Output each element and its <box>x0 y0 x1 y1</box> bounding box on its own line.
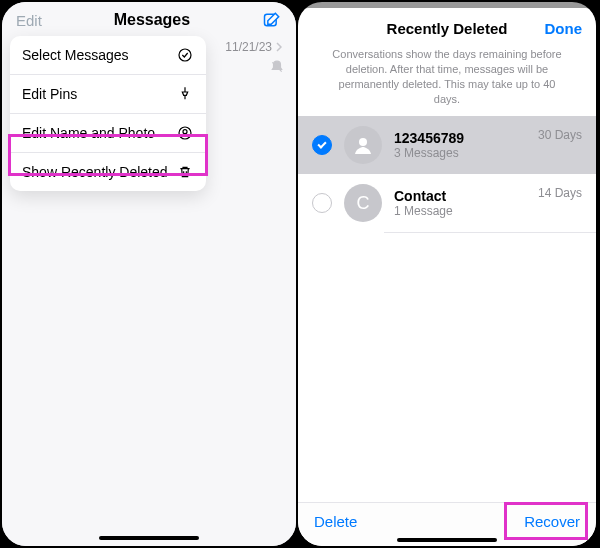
menu-select-messages[interactable]: Select Messages <box>10 36 206 75</box>
svg-point-3 <box>183 130 187 134</box>
menu-label: Edit Pins <box>22 86 77 102</box>
days-remaining: 14 Days <box>538 184 582 200</box>
recently-deleted-screen: Recently Deleted Done Conversations show… <box>298 2 596 546</box>
select-radio[interactable] <box>312 193 332 213</box>
conversation-text: Contact 1 Message <box>394 188 526 218</box>
menu-label: Edit Name and Photo <box>22 125 155 141</box>
info-text: Conversations show the days remaining be… <box>298 43 596 116</box>
menu-label: Select Messages <box>22 47 129 63</box>
menu-edit-name-photo[interactable]: Edit Name and Photo <box>10 114 206 153</box>
muted-icon <box>270 60 284 78</box>
chevron-right-icon <box>276 42 282 52</box>
menu-edit-pins[interactable]: Edit Pins <box>10 75 206 114</box>
conversation-text: 123456789 3 Messages <box>394 130 526 160</box>
recently-deleted-sheet: Recently Deleted Done Conversations show… <box>298 8 596 546</box>
messages-body: 11/21/23 Select Messages Edit Pins Edit … <box>2 36 296 546</box>
svg-point-4 <box>359 138 367 146</box>
page-title: Messages <box>114 11 191 29</box>
svg-point-1 <box>179 49 191 61</box>
conversation-sub: 3 Messages <box>394 146 526 160</box>
select-radio[interactable] <box>312 135 332 155</box>
trash-icon <box>176 163 194 181</box>
avatar <box>344 126 382 164</box>
conversation-name: 123456789 <box>394 130 526 146</box>
edit-button[interactable]: Edit <box>16 12 42 29</box>
divider <box>384 232 596 233</box>
date-label: 11/21/23 <box>225 40 272 54</box>
menu-show-recently-deleted[interactable]: Show Recently Deleted <box>10 153 206 191</box>
edit-menu: Select Messages Edit Pins Edit Name and … <box>10 36 206 191</box>
delete-button[interactable]: Delete <box>314 513 357 530</box>
home-indicator[interactable] <box>99 536 199 540</box>
footer-toolbar: Delete Recover <box>298 502 596 546</box>
messages-screen: Edit Messages 11/21/23 Select Messages <box>2 2 296 546</box>
pin-icon <box>176 85 194 103</box>
menu-label: Show Recently Deleted <box>22 164 168 180</box>
done-button[interactable]: Done <box>545 20 583 37</box>
conversation-row[interactable]: 123456789 3 Messages 30 Days <box>298 116 596 174</box>
compose-icon[interactable] <box>262 10 282 30</box>
messages-header: Edit Messages <box>2 2 296 36</box>
conversation-date: 11/21/23 <box>225 40 282 54</box>
recently-deleted-header: Recently Deleted Done <box>298 8 596 43</box>
days-remaining: 30 Days <box>538 126 582 142</box>
person-circle-icon <box>176 124 194 142</box>
recover-button[interactable]: Recover <box>524 513 580 530</box>
conversation-row[interactable]: C Contact 1 Message 14 Days <box>298 174 596 232</box>
home-indicator[interactable] <box>397 538 497 542</box>
page-title: Recently Deleted <box>387 20 508 37</box>
avatar: C <box>344 184 382 222</box>
checkmark-circle-icon <box>176 46 194 64</box>
conversation-name: Contact <box>394 188 526 204</box>
conversation-sub: 1 Message <box>394 204 526 218</box>
